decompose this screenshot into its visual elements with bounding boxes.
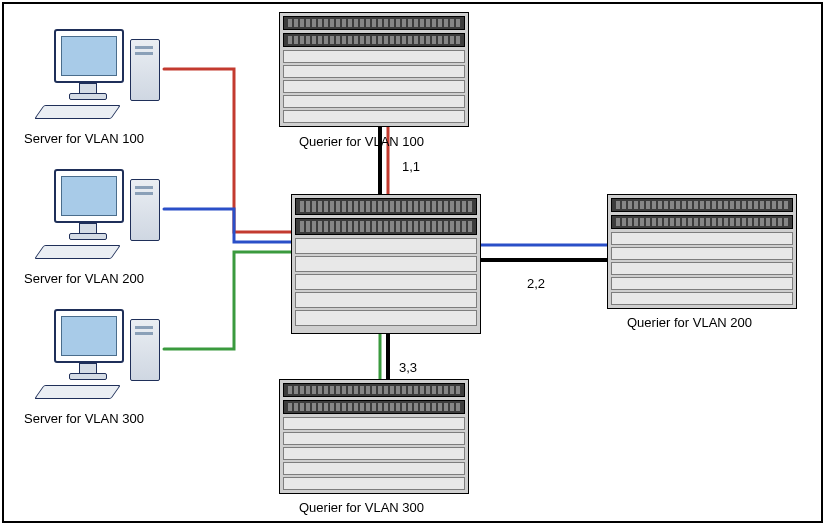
switch-slot (295, 310, 477, 326)
ports-label: 2,2 (527, 276, 545, 291)
switch-slot (283, 80, 465, 93)
switch-slot (283, 417, 465, 430)
diagram-canvas: Server for VLAN 100Server for VLAN 200Se… (4, 4, 821, 521)
ports-label: 3,3 (399, 360, 417, 375)
server-icon (44, 169, 184, 264)
server-icon (44, 309, 184, 404)
monitor-icon (54, 309, 124, 363)
switch-slot (283, 50, 465, 63)
keyboard-icon (34, 385, 121, 399)
tower-icon (130, 319, 160, 381)
keyboard-icon (34, 245, 121, 259)
switch-slot (283, 432, 465, 445)
monitor-base (69, 233, 107, 240)
central-switch (291, 194, 481, 334)
switch-ports (283, 16, 465, 30)
querier-label: Querier for VLAN 300 (299, 500, 424, 515)
switch-slot (283, 447, 465, 460)
switch-slot (283, 110, 465, 123)
ports-label: 1,1 (402, 159, 420, 174)
querier-switch (279, 12, 469, 127)
querier-label: Querier for VLAN 100 (299, 134, 424, 149)
server-label: Server for VLAN 200 (24, 271, 144, 286)
switch-slot (295, 292, 477, 308)
switch-slot (611, 232, 793, 245)
server-label: Server for VLAN 300 (24, 411, 144, 426)
switch-ports (295, 198, 477, 215)
switch-slot (611, 292, 793, 305)
switch-ports (283, 383, 465, 397)
switch-slot (295, 274, 477, 290)
switch-ports (283, 33, 465, 47)
querier-switch (607, 194, 797, 309)
keyboard-icon (34, 105, 121, 119)
switch-slot (283, 477, 465, 490)
monitor-icon (54, 169, 124, 223)
monitor-icon (54, 29, 124, 83)
monitor-base (69, 93, 107, 100)
switch-slot (295, 256, 477, 272)
querier-label: Querier for VLAN 200 (627, 315, 752, 330)
switch-slot (611, 262, 793, 275)
switch-slot (283, 65, 465, 78)
diagram-frame: Server for VLAN 100Server for VLAN 200Se… (2, 2, 823, 523)
switch-ports (611, 198, 793, 212)
switch-slot (611, 247, 793, 260)
server-label: Server for VLAN 100 (24, 131, 144, 146)
switch-slot (283, 95, 465, 108)
switch-ports (611, 215, 793, 229)
tower-icon (130, 179, 160, 241)
tower-icon (130, 39, 160, 101)
switch-slot (295, 238, 477, 254)
switch-ports (283, 400, 465, 414)
querier-switch (279, 379, 469, 494)
server-icon (44, 29, 184, 124)
switch-slot (611, 277, 793, 290)
monitor-base (69, 373, 107, 380)
switch-ports (295, 218, 477, 235)
switch-slot (283, 462, 465, 475)
